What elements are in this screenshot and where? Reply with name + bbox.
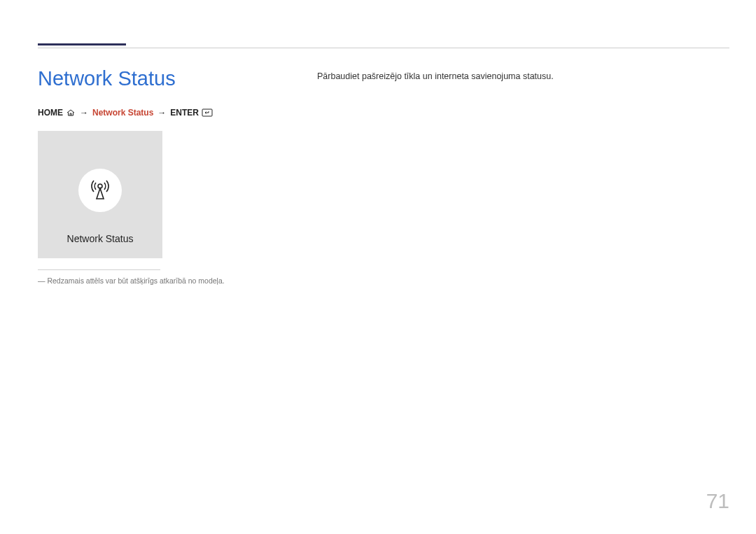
breadcrumb-arrow: → bbox=[158, 108, 166, 118]
tile-icon-circle bbox=[78, 169, 122, 212]
breadcrumb-current-item: Network Status bbox=[92, 108, 153, 118]
tile-label: Network Status bbox=[67, 233, 134, 244]
breadcrumb-arrow: → bbox=[80, 108, 88, 118]
enter-icon bbox=[202, 108, 213, 118]
header-accent-bar bbox=[38, 43, 126, 45]
breadcrumb: HOME → Network Status → ENTER bbox=[38, 108, 213, 118]
antenna-icon bbox=[88, 176, 113, 204]
network-status-tile: Network Status bbox=[38, 131, 162, 258]
footnote-text: Redzamais attēls var būt atšķirīgs atkar… bbox=[47, 276, 224, 285]
footnote: ― Redzamais attēls var būt atšķirīgs atk… bbox=[38, 276, 225, 285]
footnote-dash: ― bbox=[38, 276, 46, 285]
header-rule bbox=[38, 48, 729, 48]
page-title: Network Status bbox=[38, 67, 176, 90]
note-rule bbox=[38, 269, 160, 270]
breadcrumb-home-label: HOME bbox=[38, 108, 63, 118]
page-description: Pārbaudiet pašreizējo tīkla un interneta… bbox=[317, 71, 554, 81]
page-number: 71 bbox=[706, 489, 729, 513]
home-icon bbox=[66, 108, 76, 118]
breadcrumb-enter-label: ENTER bbox=[170, 108, 199, 118]
